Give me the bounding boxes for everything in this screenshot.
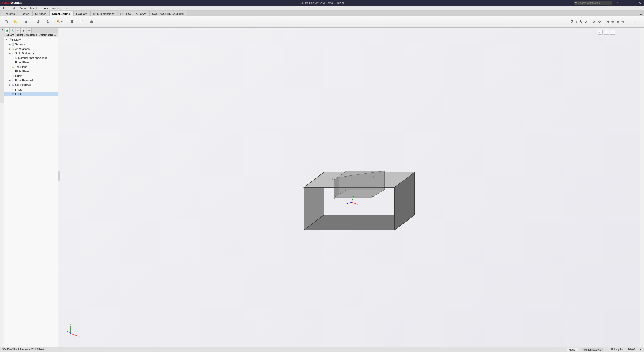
ribbon-btn-5[interactable]: 🖶 [87, 17, 96, 26]
tree-item-material[interactable]: ⬡ Material <not specified> [4, 56, 58, 60]
tab-solidworks-cam-tbm[interactable]: SOLIDWORKS CAM TBM [149, 11, 187, 16]
feature-tree-panel: 🌲 🔧 ⚙ ◈ ≡ Square Pocket CAM Demo (Defaul… [4, 28, 58, 347]
ribbon-btn-undo[interactable]: ↺ [33, 17, 43, 26]
ribbon-sep-6 [632, 18, 632, 26]
ft-tab-display[interactable]: ◈ [21, 28, 26, 33]
ribbon-btn-redo[interactable]: ↻ [43, 17, 52, 26]
maximize-button[interactable]: □ [628, 0, 636, 6]
ribbon-sep-4 [590, 18, 590, 26]
menu-view[interactable]: View [18, 6, 28, 10]
dim-view5-icon[interactable]: ⊞ [626, 19, 630, 24]
material-icon: ⬡ [14, 56, 18, 60]
ft-tab-tree[interactable]: 🌲 [5, 28, 10, 33]
tab-features[interactable]: Features [1, 11, 17, 16]
feature-tree-tabs: 🌲 🔧 ⚙ ◈ ≡ [4, 28, 58, 33]
tab-surfaces[interactable]: Surfaces [32, 11, 49, 16]
status-left: SOLIDWORKS Premium 2021 SP0.0 [2, 348, 44, 351]
expand-ribbon-icon[interactable]: ▶ [640, 13, 642, 16]
ribbon-icon-2: ⊞ [24, 20, 27, 23]
tree-item-annotations[interactable]: ▶ 📝 Annotations [4, 47, 58, 51]
menu-edit[interactable]: Edit [10, 6, 18, 10]
search-input[interactable] [578, 2, 611, 4]
tree-item-solid-bodies[interactable]: ▶ ⬡ Solid Bodies(1) [4, 51, 58, 56]
dim-arrow1-icon[interactable]: ↳ [579, 19, 583, 24]
annotations-icon: 📝 [11, 47, 15, 51]
dim-toolbar: Σ ↓ ↳ ↙ ⟳ ⟲ ◔ ⊕ ◈ ❋ ⊞ ≡ ⊡ [570, 18, 642, 26]
tree-item-fillet3[interactable]: ⬡ Fillet3 [4, 92, 58, 96]
fillet3-expand [8, 93, 11, 96]
minimize-button[interactable]: — [620, 0, 628, 6]
close-button[interactable]: ✕ [636, 0, 644, 6]
units-status: MM0S [628, 348, 635, 351]
tab-evaluate[interactable]: Evaluate [73, 11, 90, 16]
help-button[interactable]: ? [614, 0, 620, 6]
ribbon-btn-4[interactable]: 📄 [77, 17, 86, 26]
status-tab-motion[interactable]: Motion Study 1 [582, 348, 603, 351]
menu-window[interactable]: Window [50, 6, 64, 10]
ft-tab-property[interactable]: 🔧 [10, 28, 15, 33]
menu-insert[interactable]: Insert [28, 6, 39, 10]
svg-line-31 [67, 331, 71, 334]
collapse-panel-handle[interactable]: ‹ [58, 171, 60, 181]
ribbon-icon-4: 📄 [80, 20, 84, 23]
svg-text:Y: Y [353, 194, 355, 196]
ft-tab-config[interactable]: ⚙ [16, 28, 21, 33]
ft-tab-cam[interactable]: ≡ [27, 28, 32, 33]
history-icon: 🕐 [8, 38, 12, 42]
tree-item-fillet2[interactable]: ⬡ Fillet2 [4, 87, 58, 92]
solid-bodies-label: Solid Bodies(1) [15, 52, 34, 55]
tree-item-boss-extrude1[interactable]: ▶ ⬡ Boss-Extrude1 [4, 78, 58, 83]
sensors-expand: ▶ [8, 43, 11, 46]
dim-rot2-icon[interactable]: ⟲ [597, 19, 602, 24]
history-label: History [12, 38, 21, 41]
sw-logo-solid: SOLID [2, 1, 11, 5]
ribbon-btn-1[interactable]: 📐 [11, 17, 20, 26]
tree-item-front-plane[interactable]: ▭ Front Plane [4, 60, 58, 65]
tree-item-history[interactable]: ▶ 🕐 History [4, 37, 58, 42]
units-dropdown[interactable]: ▼ [639, 348, 642, 351]
fillet2-expand [8, 88, 11, 91]
ribbon-btn-3[interactable]: 🖫 [67, 17, 76, 26]
dim-arrow2-icon[interactable]: ↙ [584, 19, 589, 24]
dim-view1-icon[interactable]: ◔ [605, 19, 610, 24]
svg-text:X: X [358, 203, 360, 206]
dim-down-icon[interactable]: ↓ [575, 19, 578, 24]
search-bar[interactable]: 🔍 [574, 1, 612, 5]
fillet2-label: Fillet2 [15, 88, 22, 91]
status-tab-model[interactable]: Model [567, 348, 578, 351]
tree-item-sensors[interactable]: ▶ 📡 Sensors [4, 42, 58, 47]
right-plane-icon: ▭ [11, 69, 15, 73]
dim-view4-icon[interactable]: ❋ [621, 19, 625, 24]
tree-item-top-plane[interactable]: ▭ Top Plane [4, 65, 58, 69]
ribbon-btn-0[interactable]: ⬡ [2, 17, 11, 26]
boss-extrude1-expand: ▶ [8, 79, 11, 82]
dim-menu-icon[interactable]: ≡ [634, 19, 637, 24]
model-area[interactable]: X Y Z [58, 28, 640, 347]
undo-icon: ↺ [36, 19, 40, 24]
svg-text:Z: Z [345, 203, 346, 205]
dim-sigma-icon[interactable]: Σ [570, 19, 574, 24]
svg-line-25 [347, 202, 352, 204]
tab-solidworks-cam[interactable]: SOLIDWORKS CAM [118, 11, 149, 16]
svg-text:Z: Z [66, 328, 67, 331]
dropdown-arrow: ▼ [61, 20, 63, 23]
menu-help[interactable]: ? [64, 6, 69, 10]
viewport[interactable]: □ □ □ [58, 28, 640, 347]
tree-item-origin[interactable]: ✛ Origin [4, 74, 58, 78]
tree-item-right-plane[interactable]: ▭ Right Plane [4, 69, 58, 74]
tab-sketch[interactable]: Sketch [18, 11, 32, 16]
tab-direct-editing[interactable]: Direct Editing [49, 11, 73, 16]
annotations-label: Annotations [15, 47, 30, 50]
ribbon-btn-2[interactable]: ⊞ [21, 17, 30, 26]
tab-mbd-dimensions[interactable]: MBD Dimensions [90, 11, 117, 16]
dim-rot1-icon[interactable]: ⟳ [592, 19, 596, 24]
feature-tree-header: Square Pocket CAM Demo (Default<<Default… [4, 33, 58, 37]
dim-view3-icon[interactable]: ◈ [616, 19, 620, 24]
left-tool-0[interactable]: ◀ [1, 29, 3, 31]
dim-view2-icon[interactable]: ⊕ [610, 19, 615, 24]
left-toolbar: ◀ [0, 28, 4, 103]
tree-item-cut-extrude1[interactable]: ▶ ⬡ Cut-Extrude1 [4, 83, 58, 87]
menu-tools[interactable]: Tools [39, 6, 50, 10]
dim-grid-icon[interactable]: ⊡ [638, 19, 642, 24]
menu-file[interactable]: File [1, 6, 10, 10]
